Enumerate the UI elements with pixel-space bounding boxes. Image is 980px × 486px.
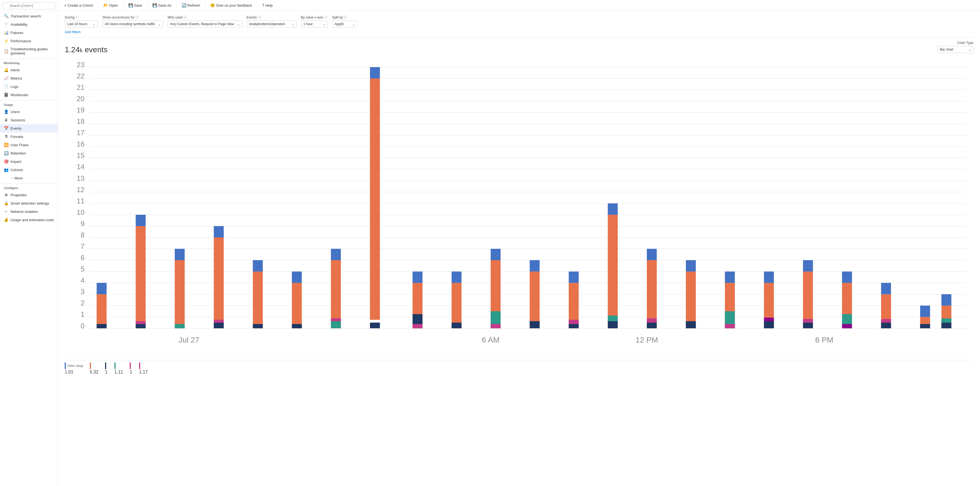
occurrences-info-icon[interactable]: ⓘ (135, 15, 138, 19)
svg-rect-55 (175, 260, 185, 328)
filter-events: Events ⓘ AnalyticsItemsOperation (247, 15, 296, 28)
svg-rect-125 (920, 305, 930, 317)
help-label: Help (266, 3, 273, 8)
sidebar-item-workbooks[interactable]: 📓Workbooks (0, 91, 58, 99)
bar-group-22[interactable] (920, 305, 930, 328)
svg-rect-97 (647, 260, 657, 328)
feedback-label: Give us your feedback (216, 3, 251, 8)
sidebar-item-transaction-search[interactable]: 🔍Transaction search (0, 12, 58, 20)
bar-group-2[interactable] (136, 215, 146, 329)
svg-text:0: 0 (81, 322, 84, 330)
add-filters-link[interactable]: Add filters (65, 30, 974, 34)
sidebar-item-performance[interactable]: ⚡Performance (0, 37, 58, 45)
svg-rect-69 (331, 249, 341, 260)
toolbar: +Create a Cohort📂Open💾Save💾Save As🔄Refre… (58, 0, 980, 11)
svg-rect-114 (803, 322, 813, 329)
during-select[interactable]: Last 24 hours Last 48 hours Last 7 days (65, 21, 98, 28)
svg-rect-68 (331, 260, 341, 328)
svg-rect-101 (686, 272, 696, 328)
bar-group-21[interactable] (881, 283, 891, 328)
sidebar-item-sessions[interactable]: 🖥Sessions (0, 116, 58, 124)
bar-group-5[interactable] (253, 260, 263, 328)
bar-group-17[interactable] (725, 272, 735, 328)
sidebar-item-funnels[interactable]: ⚗Funnels (0, 132, 58, 141)
sidebar-item-smart-detection[interactable]: 🔒Smart detection settings (0, 199, 58, 207)
save-button[interactable]: 💾Save (126, 2, 145, 9)
sidebar-item-metrics[interactable]: 📈Metrics (0, 74, 58, 83)
sidebar-item-properties[interactable]: ⚙Properties (0, 191, 58, 199)
bar-group-14[interactable] (608, 203, 618, 329)
bar-group-16[interactable] (686, 260, 696, 328)
create-cohort-button[interactable]: +Create a Cohort (61, 2, 96, 9)
sidebar-item-more[interactable]: ··· More (0, 174, 58, 182)
svg-rect-81 (452, 322, 461, 329)
svg-rect-119 (842, 324, 852, 328)
bar-group-10[interactable] (452, 272, 461, 328)
chart-type-select[interactable]: Bar chart Line chart Area chart (937, 46, 974, 53)
legend: Other (Avg) 1.01 5.32 1 (65, 360, 974, 375)
during-info-icon[interactable]: ⓘ (75, 15, 78, 19)
bar-group-8[interactable] (370, 67, 380, 329)
bar-group-19[interactable] (803, 260, 813, 328)
bar-group-4[interactable] (214, 226, 224, 329)
sidebar-item-events[interactable]: 📅Events (0, 124, 58, 132)
svg-rect-54 (136, 321, 146, 324)
bar-group-23[interactable] (941, 294, 951, 328)
by-value-select[interactable]: 1 hour 30 minutes 1 day (301, 21, 328, 28)
sidebar-item-troubleshooting[interactable]: 📋Troubleshooting guides (preview) (0, 45, 58, 57)
cohorts-icon: 👥 (4, 168, 8, 172)
sidebar-item-users[interactable]: 👤Users (0, 108, 58, 116)
sidebar-item-retention[interactable]: 🔄Retention (0, 149, 58, 157)
who-used-select[interactable]: Any Custom Events, Request or Page View … (167, 21, 242, 28)
legend-value-4: 1.11 (115, 370, 123, 375)
bar-group-3[interactable] (175, 249, 185, 329)
split-by-info-icon[interactable]: ⓘ (344, 15, 347, 19)
bar-group-9[interactable] (412, 272, 423, 328)
bar-group-11[interactable] (490, 249, 501, 329)
sidebar-item-alerts[interactable]: 🔔Alerts (0, 66, 58, 74)
sidebar-label-funnels: Funnels (11, 135, 23, 139)
sidebar-item-impact[interactable]: 🎯Impact (0, 157, 58, 165)
svg-rect-100 (647, 318, 657, 322)
bar-group-15[interactable] (647, 249, 657, 329)
legend-value-5: 1 (130, 370, 132, 375)
bar-group-7[interactable] (331, 249, 341, 329)
open-button[interactable]: 📂Open (101, 2, 121, 9)
feedback-button[interactable]: 😊Give us your feedback (207, 2, 255, 9)
events-info-icon[interactable]: ⓘ (258, 15, 261, 19)
by-value-info-icon[interactable]: ⓘ (325, 15, 328, 19)
bar-group-1[interactable] (97, 283, 107, 328)
refresh-button[interactable]: 🔄Refresh (179, 2, 203, 9)
sidebar-item-network-isolation[interactable]: ↔Network Isolation (0, 207, 58, 216)
filter-who-used: Who used ⓘ Any Custom Events, Request or… (167, 15, 242, 28)
bar-group-6[interactable] (292, 272, 302, 328)
svg-rect-70 (331, 321, 341, 329)
sidebar-item-user-flows[interactable]: 🔀User Flows (0, 141, 58, 149)
help-icon: ? (262, 3, 264, 8)
bar-group-18[interactable] (764, 272, 774, 328)
smart-detection-icon: 🔒 (4, 201, 8, 205)
help-button[interactable]: ?Help (259, 2, 276, 9)
legend-item-other: Other (Avg) 1.01 (65, 362, 83, 375)
svg-rect-76 (412, 272, 423, 283)
occurrences-select[interactable]: All Users including synthetic traffic Us… (102, 21, 163, 28)
svg-text:9: 9 (81, 220, 84, 227)
sidebar-item-usage-costs[interactable]: 💰Usage and estimated costs (0, 216, 58, 224)
search-input[interactable] (3, 2, 55, 10)
who-used-info-icon[interactable]: ⓘ (184, 15, 187, 19)
bar-group-12[interactable] (530, 260, 540, 328)
sidebar-item-logs[interactable]: 📄Logs (0, 83, 58, 91)
sidebar-item-failures[interactable]: 📊Failures (0, 29, 58, 37)
sidebar-item-availability[interactable]: ♡Availability (0, 20, 58, 29)
sidebar-item-cohorts[interactable]: 👥Cohorts (0, 165, 58, 174)
svg-rect-51 (136, 226, 146, 329)
filter-events-label: Events ⓘ (247, 15, 296, 19)
svg-rect-99 (647, 322, 657, 329)
bar-group-13[interactable] (569, 272, 579, 328)
events-select[interactable]: AnalyticsItemsOperation (247, 21, 296, 28)
failures-icon: 📊 (4, 30, 8, 35)
save-as-button[interactable]: 💾Save As (150, 2, 174, 9)
split-by-select[interactable]: AppID None Operation (332, 21, 357, 28)
svg-text:4: 4 (81, 276, 84, 284)
bar-group-20[interactable] (842, 272, 852, 328)
